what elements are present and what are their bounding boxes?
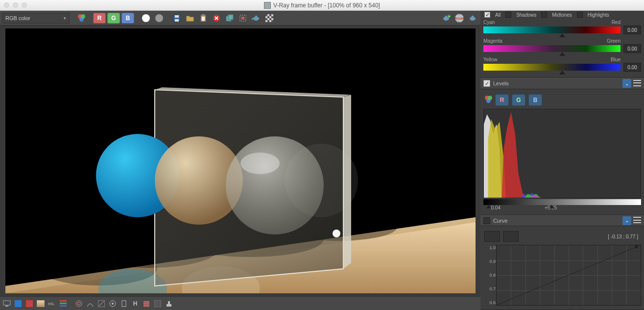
levels-r-button[interactable]: R xyxy=(495,94,509,106)
expand-icon[interactable]: ⌄ xyxy=(622,79,631,88)
curve-tool-1[interactable] xyxy=(484,231,500,242)
levels-black-handle-icon[interactable] xyxy=(486,205,491,208)
svg-rect-4 xyxy=(202,14,205,16)
rgb-channels-icon[interactable] xyxy=(75,13,87,24)
swatch-blue-icon[interactable] xyxy=(13,299,23,308)
svg-point-58 xyxy=(76,301,82,307)
ocio-icon[interactable] xyxy=(108,299,118,308)
monitor-icon[interactable] xyxy=(2,299,12,308)
curve-small-icon[interactable] xyxy=(85,299,95,308)
cyan-red-value[interactable]: 0.00 xyxy=(623,26,641,34)
teapot-start-icon[interactable]: + xyxy=(440,13,452,24)
slider-handle-icon[interactable] xyxy=(559,71,565,75)
svg-rect-64 xyxy=(143,301,149,303)
svg-rect-15 xyxy=(269,14,271,16)
menu-icon[interactable] xyxy=(633,216,641,224)
levels-gradient[interactable] xyxy=(483,199,641,205)
magenta-green-slider[interactable]: Magenta Green 0.00 xyxy=(483,38,641,55)
levels-g-button[interactable]: G xyxy=(512,94,525,106)
expand-icon[interactable]: ⌄ xyxy=(622,216,631,225)
stamp-icon[interactable] xyxy=(164,299,174,308)
blue-label: Blue xyxy=(611,57,620,62)
svg-rect-19 xyxy=(269,18,271,20)
menu-icon[interactable] xyxy=(633,79,641,87)
svg-rect-49 xyxy=(5,306,8,307)
h-icon[interactable]: H xyxy=(130,299,140,308)
levels-b-button[interactable]: B xyxy=(528,94,542,106)
yellow-blue-value[interactable]: 0.00 xyxy=(623,63,641,72)
slider-handle-icon[interactable] xyxy=(559,33,565,37)
svg-rect-23 xyxy=(445,16,447,17)
cyan-red-slider[interactable]: Cyan Red 0.00 xyxy=(483,20,641,36)
curve-title: Curve xyxy=(493,218,507,224)
svg-rect-1 xyxy=(175,15,179,18)
curve-range: [ -0.13 ; 0.77 ] xyxy=(608,234,640,239)
levels-header[interactable]: ✓ Levels ⌄ xyxy=(480,78,644,89)
cb-all-label: All xyxy=(495,12,501,18)
svg-rect-57 xyxy=(60,305,67,307)
bg-icon[interactable] xyxy=(153,299,163,308)
checker-icon[interactable] xyxy=(263,13,275,24)
svg-rect-52 xyxy=(37,300,45,307)
svg-rect-69 xyxy=(168,301,170,304)
cb-mid-check[interactable] xyxy=(541,12,547,18)
curve-y-ticks: 1.00.90.80.70.6 xyxy=(485,245,496,305)
svg-point-46 xyxy=(240,153,280,174)
render-output[interactable] xyxy=(5,28,476,293)
svg-rect-66 xyxy=(143,305,149,307)
channel-dropdown[interactable]: RGB color xyxy=(2,13,70,24)
mono-white-icon[interactable] xyxy=(140,13,152,24)
cb-hi-check[interactable] xyxy=(577,12,583,18)
curve-editor[interactable]: 1.00.90.80.70.6 xyxy=(496,245,641,306)
slider-handle-icon[interactable] xyxy=(559,52,565,56)
svg-rect-50 xyxy=(15,300,22,307)
duplicate-icon[interactable] xyxy=(224,13,236,24)
lut-icon[interactable] xyxy=(96,299,106,308)
svg-rect-68 xyxy=(167,304,171,307)
rgb-channels-icon[interactable] xyxy=(484,96,492,103)
bars-icon[interactable] xyxy=(58,299,68,308)
clear-icon[interactable] xyxy=(211,13,222,24)
cb-shadows-check[interactable] xyxy=(505,12,511,18)
stop-render-icon[interactable]: STOP xyxy=(453,13,465,24)
cb-mid-label: Midtones xyxy=(552,12,572,18)
open-folder-icon[interactable] xyxy=(184,13,196,24)
levels-white-handle-icon[interactable] xyxy=(549,205,554,208)
svg-rect-55 xyxy=(60,300,67,302)
gradient-icon[interactable] xyxy=(36,299,46,308)
mono-gray-icon[interactable] xyxy=(153,13,165,24)
curve-enable-check[interactable] xyxy=(483,217,490,224)
svg-text:STOP: STOP xyxy=(455,17,463,20)
side-panel: ✓All Shadows Midtones Highlights Cyan Re… xyxy=(480,11,644,310)
save-icon[interactable] xyxy=(171,13,183,24)
vray-logo-icon xyxy=(264,2,271,9)
hsl-icon[interactable]: HSL xyxy=(47,299,57,308)
teapot-blue-icon[interactable] xyxy=(467,13,478,24)
lens-icon[interactable] xyxy=(74,299,84,308)
svg-rect-21 xyxy=(271,20,273,22)
blue-channel-button[interactable]: B xyxy=(121,13,134,24)
svg-rect-63 xyxy=(122,301,126,307)
swatch-red-icon[interactable] xyxy=(24,299,34,308)
svg-rect-8 xyxy=(228,15,233,20)
svg-point-28 xyxy=(470,17,476,21)
stack-icon[interactable] xyxy=(142,299,151,308)
region-render-icon[interactable] xyxy=(237,13,249,24)
svg-rect-12 xyxy=(255,16,257,17)
cb-all-check[interactable]: ✓ xyxy=(484,12,490,18)
yellow-blue-slider[interactable]: Yellow Blue 0.00 xyxy=(483,57,641,74)
magenta-green-value[interactable]: 0.00 xyxy=(623,44,641,53)
green-channel-button[interactable]: G xyxy=(107,13,120,24)
svg-point-47 xyxy=(333,230,340,237)
svg-line-70 xyxy=(497,245,641,305)
teapot-render-icon[interactable] xyxy=(250,13,262,24)
svg-rect-20 xyxy=(267,20,269,22)
levels-enable-check[interactable]: ✓ xyxy=(483,80,490,87)
icc-icon[interactable] xyxy=(119,299,129,308)
curve-header[interactable]: Curve ⌄ xyxy=(480,215,644,227)
top-toolbar: RGB color R G B + STOP xyxy=(0,11,480,26)
clipboard-icon[interactable] xyxy=(197,13,209,24)
curve-tool-2[interactable] xyxy=(503,231,519,242)
red-channel-button[interactable]: R xyxy=(93,13,106,24)
magenta-label: Magenta xyxy=(483,38,502,44)
